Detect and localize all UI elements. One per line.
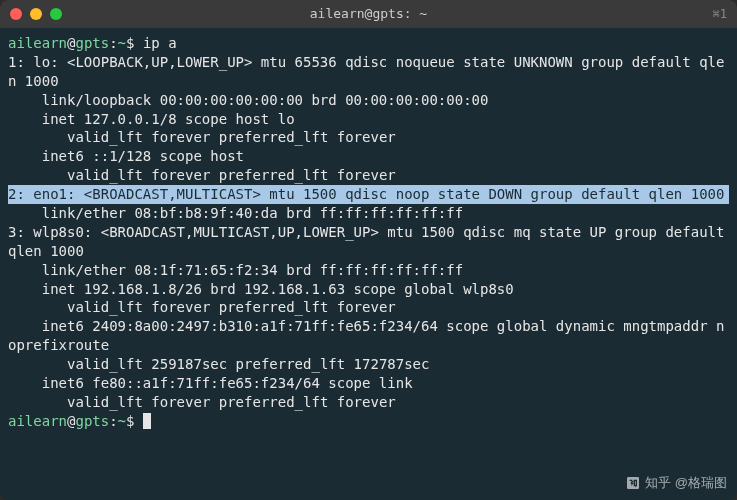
traffic-lights (10, 8, 62, 20)
output-line: valid_lft forever preferred_lft forever (8, 128, 729, 147)
output-line: valid_lft forever preferred_lft forever (8, 166, 729, 185)
minimize-icon[interactable] (30, 8, 42, 20)
output-line: inet 127.0.0.1/8 scope host lo (8, 110, 729, 129)
prompt-host: gpts (75, 35, 109, 51)
prompt-line: ailearn@gpts:~$ ip a (8, 34, 729, 53)
output-line: 1: lo: <LOOPBACK,UP,LOWER_UP> mtu 65536 … (8, 53, 729, 91)
watermark: 知乎 @格瑞图 (625, 474, 727, 492)
cursor-icon (143, 413, 151, 429)
prompt-dollar: $ (126, 35, 134, 51)
window-shortcut: ⌘1 (713, 6, 727, 22)
output-line: inet 192.168.1.8/26 brd 192.168.1.63 sco… (8, 280, 729, 299)
output-line: valid_lft 259187sec preferred_lft 172787… (8, 355, 729, 374)
window-title: ailearn@gpts: ~ (310, 5, 427, 23)
output-line: inet6 ::1/128 scope host (8, 147, 729, 166)
output-line: inet6 2409:8a00:2497:b310:a1f:71ff:fe65:… (8, 317, 729, 355)
command-text: ip a (143, 35, 177, 51)
output-line: 3: wlp8s0: <BROADCAST,MULTICAST,UP,LOWER… (8, 223, 729, 261)
output-line: valid_lft forever preferred_lft forever (8, 393, 729, 412)
window-titlebar: ailearn@gpts: ~ ⌘1 (0, 0, 737, 28)
zhihu-icon (625, 475, 641, 491)
close-icon[interactable] (10, 8, 22, 20)
terminal-body[interactable]: ailearn@gpts:~$ ip a1: lo: <LOOPBACK,UP,… (0, 28, 737, 500)
output-line: link/loopback 00:00:00:00:00:00 brd 00:0… (8, 91, 729, 110)
output-line: link/ether 08:bf:b8:9f:40:da brd ff:ff:f… (8, 204, 729, 223)
maximize-icon[interactable] (50, 8, 62, 20)
prompt-user: ailearn (8, 35, 67, 51)
output-line: valid_lft forever preferred_lft forever (8, 298, 729, 317)
output-line: inet6 fe80::a1f:71ff:fe65:f234/64 scope … (8, 374, 729, 393)
prompt-path: ~ (118, 35, 126, 51)
watermark-text: 知乎 @格瑞图 (645, 474, 727, 492)
prompt-line: ailearn@gpts:~$ (8, 412, 729, 431)
highlighted-interface-line: 2: eno1: <BROADCAST,MULTICAST> mtu 1500 … (8, 185, 729, 204)
output-line: link/ether 08:1f:71:65:f2:34 brd ff:ff:f… (8, 261, 729, 280)
